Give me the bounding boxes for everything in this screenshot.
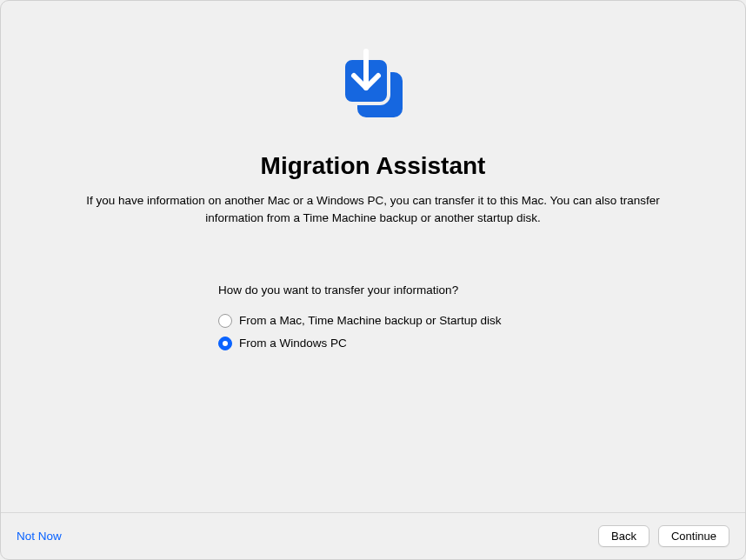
radio-button-windows[interactable]	[218, 337, 232, 350]
radio-option-windows[interactable]: From a Windows PC	[218, 337, 502, 350]
radio-label-mac: From a Mac, Time Machine backup or Start…	[239, 314, 502, 327]
footer-bar: Not Now Back Continue	[1, 512, 745, 559]
page-title: Migration Assistant	[261, 152, 486, 180]
radio-label-windows: From a Windows PC	[239, 337, 347, 350]
migration-assistant-icon	[330, 44, 416, 135]
prompt-text: How do you want to transfer your informa…	[218, 283, 502, 297]
back-button[interactable]: Back	[598, 525, 649, 547]
not-now-link[interactable]: Not Now	[17, 530, 62, 543]
continue-button[interactable]: Continue	[658, 525, 729, 547]
description-text: If you have information on another Mac o…	[77, 192, 669, 228]
radio-option-mac[interactable]: From a Mac, Time Machine backup or Start…	[218, 314, 502, 328]
main-content: Migration Assistant If you have informat…	[1, 1, 745, 512]
radio-group: From a Mac, Time Machine backup or Start…	[218, 314, 502, 350]
radio-button-mac[interactable]	[218, 314, 232, 328]
options-block: How do you want to transfer your informa…	[218, 283, 502, 350]
